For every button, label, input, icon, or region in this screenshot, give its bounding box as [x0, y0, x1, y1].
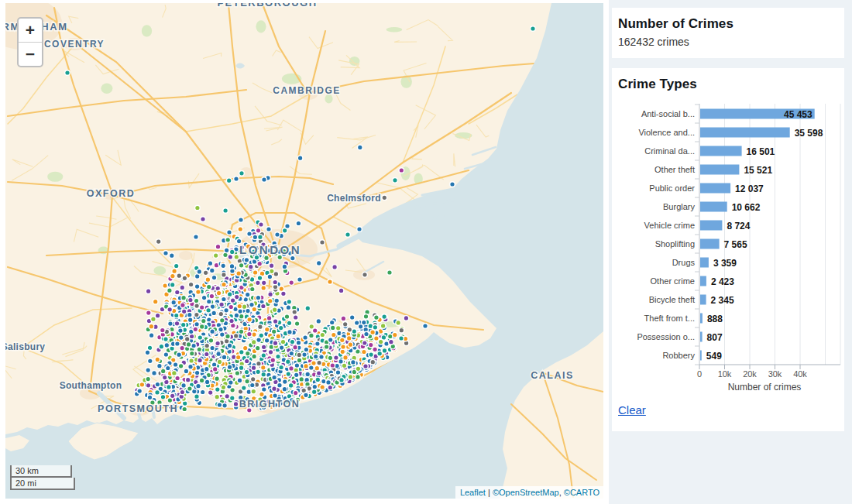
bar-value-label: 12 037 [735, 183, 764, 194]
city-label: Southampton [60, 380, 122, 391]
city-label: OXFORD [87, 188, 135, 199]
bar-row[interactable]: Public order12 037 [649, 183, 764, 194]
bar-row[interactable]: Theft from t...888 [644, 314, 723, 324]
bar-category-label: Criminal da... [644, 146, 695, 156]
x-tick-label: 40k [793, 369, 807, 379]
bar-row[interactable]: Violence and...35 598 [638, 128, 823, 139]
bar[interactable] [700, 128, 790, 138]
bar-category-label: Drugs [672, 258, 696, 267]
city-label: PORTSMOUTH [98, 403, 178, 414]
bar-category-label: Shoplifting [655, 239, 695, 249]
bar-row[interactable]: Anti-social b...45 453 [641, 109, 815, 120]
bar-value-label: 888 [707, 314, 723, 324]
city-label: Salisbury [5, 341, 45, 352]
city-label: LONDON [239, 243, 301, 256]
bar-value-label: 8 724 [727, 221, 750, 231]
bar-value-label: 2 423 [711, 276, 734, 287]
bar[interactable] [700, 276, 706, 286]
bar-row[interactable]: Vehicle crime8 724 [644, 221, 751, 231]
attribution-separator: | [486, 488, 493, 497]
bar-value-label: 549 [706, 351, 722, 362]
openstreetmap-link[interactable]: ©OpenStreetMap [493, 488, 559, 497]
bar-value-label: 35 598 [795, 128, 823, 139]
bar-category-label: Violence and... [638, 128, 695, 137]
x-tick-label: 30k [768, 369, 782, 379]
crimes-count-value: 162432 crimes [618, 36, 844, 48]
number-of-crimes-title: Number of Crimes [612, 8, 844, 32]
x-axis-label: Number of crimes [728, 382, 802, 393]
bar-row[interactable]: Shoplifting7 565 [655, 239, 747, 250]
crime-types-chart: 010k20k30k40kNumber of crimesAnti-social… [612, 68, 844, 431]
bar-value-label: 10 662 [732, 202, 761, 213]
carto-link[interactable]: ©CARTO [564, 488, 599, 497]
bar-category-label: Bicycle theft [649, 295, 695, 304]
chart-gridlines [699, 104, 840, 365]
clear-filter-link[interactable]: Clear [618, 403, 646, 417]
crime-types-panel: Crime Types 010k20k30k40kNumber of crime… [612, 68, 844, 431]
number-of-crimes-panel: Number of Crimes 162432 crimes [612, 8, 844, 58]
bar[interactable] [700, 258, 709, 268]
zoom-in-button[interactable]: + [19, 19, 42, 42]
bar-value-label: 45 453 [784, 109, 812, 120]
bar-row[interactable]: Possession o...807 [637, 332, 723, 343]
bar-value-label: 3 359 [713, 258, 737, 269]
bar-category-label: Theft from t... [644, 314, 695, 323]
bar-row[interactable]: Bicycle theft2 345 [649, 295, 734, 306]
scale-mi-label: 20 mi [10, 478, 75, 490]
leaflet-link[interactable]: Leaflet [460, 488, 486, 497]
city-label: BRIGHTON [239, 399, 300, 410]
map-card: BIRMINGHAMPETERBOROUGHCOVENTRYCAMBRIDGEO… [0, 0, 609, 504]
bar-row[interactable]: Drugs3 359 [672, 258, 737, 269]
bar-category-label: Vehicle crime [644, 221, 695, 230]
bar[interactable] [700, 221, 722, 231]
city-label: CAMBRIDGE [273, 85, 341, 96]
bar-row[interactable]: Burglary10 662 [663, 202, 761, 213]
city-label: Chelmsford [327, 193, 381, 204]
bar-category-label: Other theft [654, 165, 695, 174]
bar-category-label: Burglary [663, 202, 695, 211]
bar[interactable] [700, 146, 742, 156]
map[interactable]: BIRMINGHAMPETERBOROUGHCOVENTRYCAMBRIDGEO… [5, 3, 603, 499]
map-scale-control: 30 km 20 mi [10, 465, 75, 490]
bar[interactable] [700, 165, 739, 175]
bar-value-label: 2 345 [711, 295, 734, 306]
city-label: PETERBOROUGH [217, 3, 317, 9]
bar-row[interactable]: Criminal da...16 501 [644, 146, 775, 157]
zoom-out-button[interactable]: − [19, 42, 42, 66]
bar-row[interactable]: Robbery549 [662, 351, 722, 362]
bar-value-label: 16 501 [747, 146, 775, 157]
bar[interactable] [700, 183, 730, 194]
map-zoom-control: + − [17, 17, 43, 67]
bar[interactable] [700, 202, 727, 212]
map-attribution: Leaflet | ©OpenStreetMap, ©CARTO [455, 486, 603, 499]
bar[interactable] [700, 351, 702, 361]
bar-row[interactable]: Other crime2 423 [651, 276, 735, 287]
bar-value-label: 7 565 [724, 239, 747, 250]
bar-category-label: Other crime [651, 276, 695, 286]
city-label: COVENTRY [44, 39, 105, 50]
bar-value-label: 15 521 [744, 165, 772, 176]
bar-category-label: Possession o... [637, 332, 695, 341]
bar[interactable] [700, 332, 703, 342]
bar[interactable] [700, 295, 706, 305]
bar[interactable] [700, 239, 720, 249]
scale-km-label: 30 km [10, 465, 72, 478]
x-tick-label: 10k [718, 369, 732, 379]
x-tick-label: 0 [697, 369, 702, 379]
bar-row[interactable]: Other theft15 521 [654, 165, 772, 176]
bar-category-label: Public order [649, 183, 695, 193]
basemap-canvas: BIRMINGHAMPETERBOROUGHCOVENTRYCAMBRIDGEO… [5, 3, 603, 499]
bar-category-label: Anti-social b... [641, 109, 695, 118]
bar-category-label: Robbery [662, 351, 695, 360]
bar-value-label: 807 [707, 332, 723, 343]
city-label: CALAIS [531, 370, 574, 381]
bar[interactable] [700, 314, 703, 324]
x-tick-label: 20k [743, 369, 757, 379]
